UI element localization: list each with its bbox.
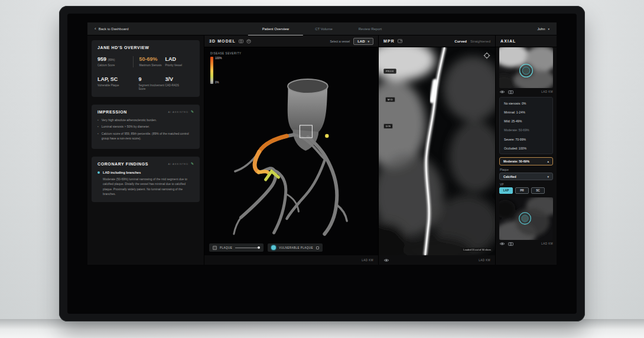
axial-body: LAD KM No stenosis: 0% Minimal: 1-24% Mi… <box>499 47 553 265</box>
app-window: ‹ Back to Dashboard Patient Overview CT … <box>87 22 557 265</box>
orientation-cube-icon[interactable] <box>246 39 251 44</box>
eye-icon[interactable] <box>499 90 505 94</box>
stenosis-option-occluded[interactable]: Occluded: 100% <box>500 144 552 152</box>
overview-card-title: JANE HD'S OVERVIEW <box>97 46 149 50</box>
stenosis-option-minimal[interactable]: Minimal: 1-24% <box>500 108 552 116</box>
ai-assisted-label: AI ASSISTED <box>168 162 188 165</box>
3d-panel-footer: LAD KM <box>204 255 378 265</box>
vp-button-group: LAP PR SC <box>499 187 553 194</box>
stat-maximum-stenosis: 50-69% Maximum Stenosis <box>133 56 165 67</box>
plaque-field-label: Plaque <box>500 168 552 171</box>
eye-icon[interactable] <box>383 258 389 262</box>
monitor-frame: ‹ Back to Dashboard Patient Overview CT … <box>59 6 585 321</box>
tab-patient-overview[interactable]: Patient Overview <box>259 22 292 35</box>
edit-pencil-icon[interactable]: ✎ <box>191 162 194 165</box>
tab-ct-volume[interactable]: CT Volume <box>311 22 336 35</box>
edit-pencil-icon[interactable]: ✎ <box>191 110 194 113</box>
tab-label: Review Report <box>359 27 382 31</box>
overview-stats-grid: 959 (89%) Calcium Score 50-69% Maximum S… <box>97 56 194 92</box>
stat-value: 3/V <box>165 76 194 82</box>
ai-assisted-badge: AI ASSISTED ✎ <box>168 110 194 113</box>
axial-bottom-meta: LAD KM <box>499 240 553 248</box>
mpr-title: MPR <box>383 39 395 43</box>
stat-cad-rads: 3/V CAD-RADS <box>165 76 194 92</box>
3d-viewport[interactable]: DISEASE SEVERITY 100% 0% <box>204 47 378 255</box>
stat-calcium-score: 959 (89%) Calcium Score <box>97 56 133 67</box>
stenosis-option-none[interactable]: No stenosis: 0% <box>500 99 552 108</box>
findings-title: CORONARY FINDINGS <box>97 162 148 166</box>
plaque-opacity-slider[interactable] <box>235 248 260 248</box>
finding-vessel-label: LAD including branches <box>103 171 141 174</box>
chevron-up-icon: ▴ <box>547 160 549 163</box>
coronary-findings-card: CORONARY FINDINGS AI ASSISTED ✎ LAD incl… <box>92 157 200 202</box>
camera-icon[interactable] <box>508 242 513 246</box>
stat-label: Segment Involvement Score <box>138 84 165 92</box>
mpr-mode-curved[interactable]: Curved <box>454 40 467 43</box>
segment-marker-mid[interactable]: MID <box>385 97 395 102</box>
series-label: LAD KM <box>362 259 373 262</box>
panel-axial: AXIAL <box>495 35 557 265</box>
back-to-dashboard-link[interactable]: ‹ Back to Dashboard <box>95 27 129 31</box>
mpr-ct-image <box>379 47 495 255</box>
vp-button-lap[interactable]: LAP <box>499 187 513 194</box>
tab-label: CT Volume <box>315 27 333 31</box>
chevron-down-icon: ▾ <box>547 175 549 178</box>
desk-surface <box>0 319 644 338</box>
segment-marker-dis[interactable]: DIS <box>383 124 393 129</box>
vp-button-pr[interactable]: PR <box>515 187 529 194</box>
plaque-marker-dot <box>325 134 328 138</box>
impression-bullet: Luminal stenosis > 50% by diameter. <box>97 125 194 129</box>
tab-review-report[interactable]: Review Report <box>355 22 385 35</box>
camera-icon[interactable] <box>508 90 513 94</box>
monitor-screen: ‹ Back to Dashboard Patient Overview CT … <box>67 14 577 314</box>
finding-lad-row[interactable]: LAD including branches <box>97 171 194 174</box>
3d-model-title: 3D MODEL <box>209 39 236 43</box>
vessel-select[interactable]: LAD ▾ <box>353 38 373 45</box>
series-label: LAD KM <box>541 90 553 93</box>
series-label: LAD KM <box>541 242 553 245</box>
impression-bullet: Calcium score of 959, 89th percentile. (… <box>97 132 194 141</box>
stenosis-select[interactable]: Moderate: 50-69% ▴ <box>499 157 553 165</box>
top-nav: ‹ Back to Dashboard Patient Overview CT … <box>87 22 557 35</box>
slider-knob[interactable] <box>258 246 260 249</box>
vp-button-sc[interactable]: SC <box>531 187 545 194</box>
stenosis-option-severe[interactable]: Severe: 70-99% <box>500 135 552 144</box>
stat-label: CAD-RADS <box>165 84 194 88</box>
plaque-type-select[interactable]: Calcified ▾ <box>499 173 553 180</box>
mpr-viewport[interactable]: PROX MID DIS Loaded 15 out of 30 slices <box>379 47 495 255</box>
chevron-left-icon: ‹ <box>95 27 96 31</box>
crosshair-icon[interactable] <box>483 52 490 59</box>
vulnerable-plaque-control: VULNERABLE PLAQUE <box>268 243 323 252</box>
mpr-mode-straightened[interactable]: Straightened <box>470 40 490 43</box>
finding-description: Moderate (50-69%) luminal narrowing of t… <box>97 177 194 197</box>
vulnerable-plaque-toggle[interactable] <box>271 245 276 250</box>
stat-value: LAD <box>165 56 194 62</box>
impression-bullet: Very high absolute atherosclerotic burde… <box>97 118 194 123</box>
vp-field-label: VP <box>500 183 552 186</box>
screenshot-icon[interactable] <box>239 39 243 43</box>
select-vessel-label: Select a vessel <box>330 40 350 43</box>
3d-overlay-controls: PLAQUE VULNERABLE PLAQUE <box>209 243 323 252</box>
3d-model-header: 3D MODEL Select a vessel LAD ▾ <box>204 35 378 47</box>
legend-min-label: 0% <box>215 81 222 84</box>
user-menu[interactable]: John ▾ <box>537 27 549 31</box>
expand-icon[interactable] <box>398 39 402 43</box>
info-icon[interactable] <box>316 246 319 249</box>
stat-label: Priority Vessel <box>165 64 194 68</box>
axial-title: AXIAL <box>500 39 516 43</box>
stat-suffix: (89%) <box>108 58 115 61</box>
stenosis-option-moderate[interactable]: Moderate: 50-69% <box>500 126 552 135</box>
plaque-toggle[interactable] <box>213 246 217 250</box>
segment-marker-prox[interactable]: PROX <box>383 69 396 74</box>
eye-icon[interactable] <box>499 242 505 246</box>
stat-vulnerable-plaque: LAP, SC Vulnerable Plaque <box>97 76 133 92</box>
nav-tabs: Patient Overview CT Volume Review Report <box>259 22 385 35</box>
stenosis-option-mild[interactable]: Mild: 25-49% <box>500 117 552 126</box>
main-content: JANE HD'S OVERVIEW 959 (89%) Calcium Sco… <box>87 35 557 265</box>
ai-assisted-label: AI ASSISTED <box>168 110 188 113</box>
axial-thumbnail-top[interactable] <box>499 47 553 88</box>
severity-gradient-bar <box>210 57 213 84</box>
axial-ct-image <box>499 47 553 88</box>
axial-thumbnail-bottom[interactable] <box>499 197 553 239</box>
panel-3d-model: 3D MODEL Select a vessel LAD ▾ DISEASE S… <box>204 35 378 265</box>
